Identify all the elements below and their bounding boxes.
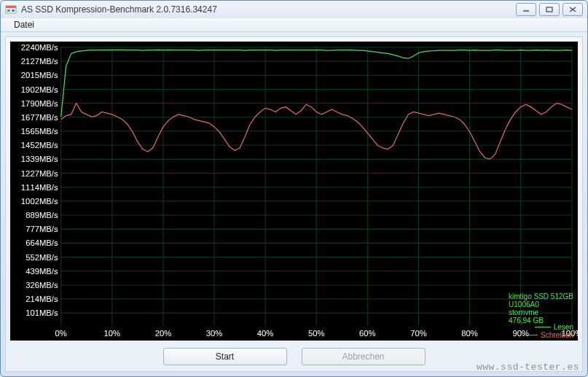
button-row: Start Abbrechen	[6, 345, 582, 371]
svg-text:1677MB/s: 1677MB/s	[21, 113, 58, 122]
svg-text:50%: 50%	[308, 329, 325, 338]
svg-text:30%: 30%	[206, 329, 223, 338]
svg-text:60%: 60%	[359, 329, 376, 338]
legend-write-swatch	[522, 335, 538, 335]
legend-read-label: Lesen	[554, 323, 573, 331]
svg-rect-5	[546, 7, 552, 12]
window-title: AS SSD Kompression-Benchmark 2.0.7316.34…	[21, 4, 516, 15]
chart-area: 101MB/s214MB/s326MB/s439MB/s552MB/s664MB…	[10, 42, 578, 341]
svg-text:1790MB/s: 1790MB/s	[21, 99, 58, 108]
svg-text:0%: 0%	[55, 329, 67, 338]
svg-text:40%: 40%	[257, 329, 274, 338]
menubar: Datei	[1, 18, 587, 32]
close-button[interactable]	[562, 3, 583, 16]
svg-text:1114MB/s: 1114MB/s	[21, 183, 58, 192]
svg-text:777MB/s: 777MB/s	[26, 225, 58, 233]
svg-text:552MB/s: 552MB/s	[26, 253, 58, 262]
minimize-button[interactable]	[516, 3, 536, 16]
svg-text:889MB/s: 889MB/s	[26, 211, 58, 219]
svg-text:1227MB/s: 1227MB/s	[21, 169, 58, 178]
content-panel: 101MB/s214MB/s326MB/s439MB/s552MB/s664MB…	[5, 36, 583, 372]
svg-text:2015MB/s: 2015MB/s	[21, 71, 58, 79]
svg-text:80%: 80%	[461, 329, 478, 338]
svg-text:20%: 20%	[155, 329, 172, 338]
svg-rect-1	[6, 6, 16, 8]
cancel-button[interactable]: Abbrechen	[302, 348, 426, 365]
svg-text:1565MB/s: 1565MB/s	[21, 127, 58, 136]
svg-text:2127MB/s: 2127MB/s	[21, 57, 58, 66]
svg-text:664MB/s: 664MB/s	[26, 238, 58, 247]
app-icon	[5, 4, 17, 15]
start-button[interactable]: Start	[163, 348, 287, 365]
svg-rect-2	[7, 9, 10, 12]
svg-text:214MB/s: 214MB/s	[26, 295, 58, 303]
maximize-button[interactable]	[539, 3, 560, 16]
svg-text:1902MB/s: 1902MB/s	[21, 85, 58, 94]
legend-read: Lesen	[522, 323, 573, 331]
svg-text:1002MB/s: 1002MB/s	[21, 197, 58, 206]
menu-file[interactable]: Datei	[8, 18, 40, 31]
legend-read-swatch	[535, 327, 551, 327]
app-window: AS SSD Kompression-Benchmark 2.0.7316.34…	[0, 0, 588, 377]
svg-rect-3	[12, 9, 15, 12]
window-controls	[516, 3, 583, 16]
svg-text:1339MB/s: 1339MB/s	[21, 155, 58, 163]
svg-text:101MB/s: 101MB/s	[26, 308, 58, 317]
svg-text:1452MB/s: 1452MB/s	[21, 141, 58, 149]
legend-write-label: Schreiben	[541, 331, 573, 339]
svg-text:2240MB/s: 2240MB/s	[21, 43, 58, 52]
legend-write: Schreiben	[522, 331, 573, 339]
titlebar: AS SSD Kompression-Benchmark 2.0.7316.34…	[1, 1, 587, 18]
chart-legend: Lesen Schreiben	[522, 323, 573, 339]
svg-text:439MB/s: 439MB/s	[26, 267, 58, 276]
benchmark-chart: 101MB/s214MB/s326MB/s439MB/s552MB/s664MB…	[10, 42, 578, 341]
svg-text:326MB/s: 326MB/s	[26, 281, 58, 289]
svg-text:70%: 70%	[410, 329, 427, 338]
svg-text:10%: 10%	[104, 329, 121, 338]
